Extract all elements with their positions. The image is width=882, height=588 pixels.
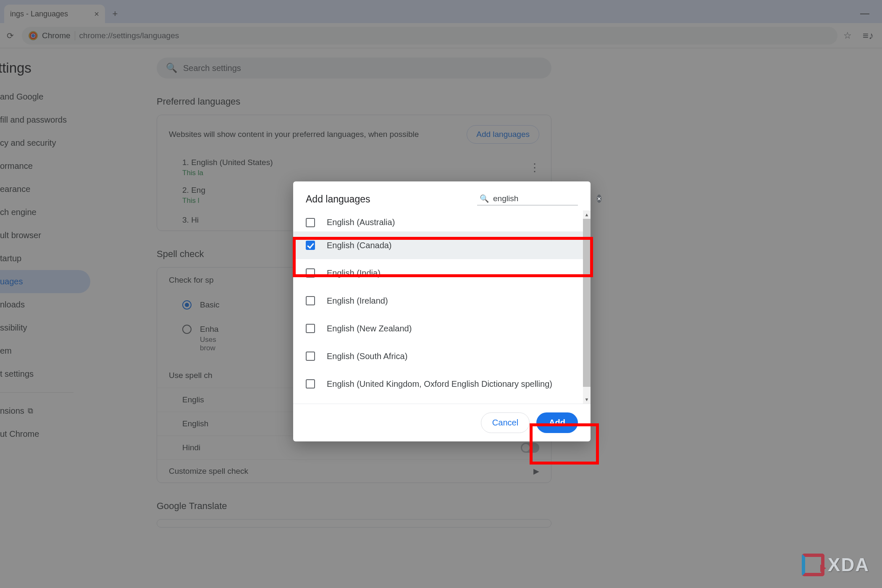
clear-search-icon[interactable]: ✕: [597, 194, 601, 203]
dialog-title: Add languages: [306, 194, 370, 205]
language-option[interactable]: English (South Africa): [293, 342, 591, 370]
checkbox[interactable]: [306, 324, 315, 333]
scrollbar-track[interactable]: ▲ ▼: [583, 210, 591, 404]
checkbox[interactable]: [306, 296, 315, 305]
xda-logo-text: XDA: [828, 554, 869, 575]
language-option[interactable]: English (New Zealand): [293, 315, 591, 342]
xda-watermark: XDA: [802, 554, 869, 576]
language-option-selected[interactable]: English (Canada): [293, 231, 591, 259]
checkbox[interactable]: [306, 268, 315, 278]
dialog-search[interactable]: 🔍 ✕: [477, 193, 578, 205]
checkbox-checked[interactable]: [306, 241, 315, 250]
scroll-down-icon[interactable]: ▼: [583, 395, 591, 404]
xda-logo-icon: [802, 554, 824, 576]
add-languages-dialog: Add languages 🔍 ✕ English (Australia) En…: [293, 181, 591, 441]
language-option[interactable]: English (India): [293, 259, 591, 287]
checkbox[interactable]: [306, 379, 315, 388]
language-option[interactable]: English (Ireland): [293, 287, 591, 315]
checkbox[interactable]: [306, 352, 315, 361]
language-option[interactable]: English (Australia): [293, 210, 591, 231]
scroll-up-icon[interactable]: ▲: [583, 210, 591, 219]
cancel-button[interactable]: Cancel: [481, 412, 530, 433]
search-icon: 🔍: [480, 194, 489, 203]
checkbox[interactable]: [306, 218, 315, 227]
dialog-language-list: English (Australia) English (Canada) Eng…: [293, 210, 591, 404]
add-button[interactable]: Add: [536, 412, 578, 433]
scrollbar-thumb[interactable]: [583, 219, 591, 387]
language-option[interactable]: English (United Kingdom, Oxford English …: [293, 370, 591, 398]
dialog-search-input[interactable]: [493, 194, 593, 203]
